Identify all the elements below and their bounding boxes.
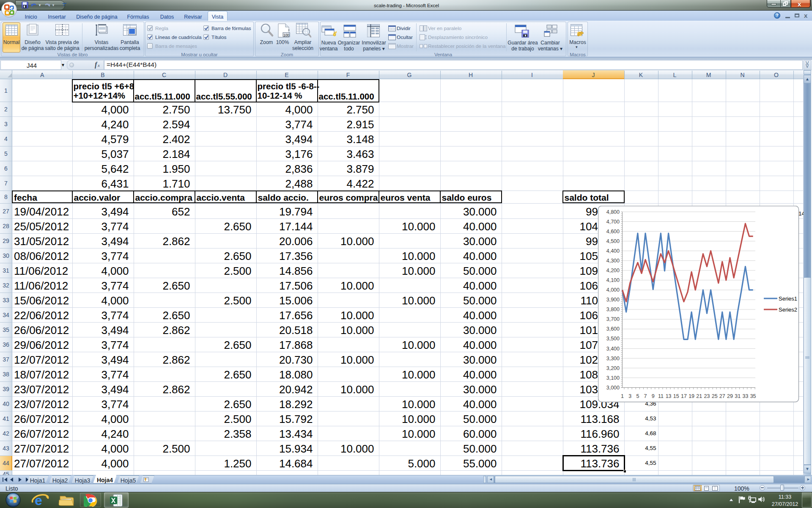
svg-text:3,000: 3,000 (606, 385, 620, 391)
svg-text:3: 3 (628, 393, 631, 399)
svg-text:4,600: 4,600 (606, 229, 620, 235)
svg-text:3,200: 3,200 (606, 365, 620, 371)
svg-text:15: 15 (673, 393, 679, 399)
svg-text:27: 27 (719, 393, 725, 399)
svg-text:4,100: 4,100 (606, 277, 620, 283)
svg-text:4,400: 4,400 (606, 248, 620, 254)
svg-text:4,500: 4,500 (606, 238, 620, 244)
svg-text:1: 1 (621, 393, 624, 399)
svg-text:4,000: 4,000 (606, 287, 620, 293)
svg-text:23: 23 (704, 393, 710, 399)
svg-text:100: 100 (283, 33, 289, 37)
svg-text:3,400: 3,400 (606, 346, 620, 352)
svg-text:35: 35 (750, 393, 756, 399)
svg-text:4,200: 4,200 (606, 268, 620, 273)
svg-text:17: 17 (681, 393, 687, 399)
svg-text:13: 13 (666, 393, 672, 399)
svg-text:4,700: 4,700 (606, 219, 620, 225)
svg-text:4,800: 4,800 (606, 209, 620, 215)
svg-text:3,700: 3,700 (606, 316, 620, 322)
svg-text:7: 7 (644, 393, 647, 399)
svg-text:3,300: 3,300 (606, 356, 620, 362)
svg-text:4,300: 4,300 (606, 258, 620, 264)
svg-text:3,800: 3,800 (606, 306, 620, 312)
svg-text:25: 25 (712, 393, 718, 399)
svg-text:19: 19 (689, 393, 694, 399)
svg-text:31: 31 (735, 393, 741, 399)
svg-text:Series2: Series2 (779, 306, 797, 313)
svg-text:Series1: Series1 (779, 295, 797, 302)
svg-text:29: 29 (727, 393, 733, 399)
svg-text:33: 33 (742, 393, 748, 399)
svg-text:9: 9 (652, 393, 655, 399)
svg-text:3,600: 3,600 (606, 326, 620, 332)
svg-text:11: 11 (658, 393, 664, 399)
svg-text:5: 5 (636, 393, 639, 399)
svg-text:3,500: 3,500 (606, 336, 620, 342)
svg-text:21: 21 (696, 393, 702, 399)
svg-text:3,900: 3,900 (606, 297, 620, 303)
svg-text:3,100: 3,100 (606, 375, 620, 381)
